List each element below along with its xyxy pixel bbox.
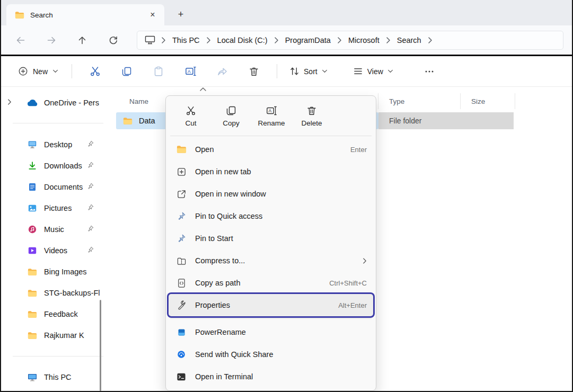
menu-item-send-with-quick-share[interactable]: Send with Quick Share: [169, 343, 373, 366]
menu-item-open[interactable]: Open Enter: [169, 138, 373, 161]
open-new-tab-icon: [175, 167, 187, 177]
breadcrumb-chevron-icon[interactable]: [334, 37, 345, 44]
breadcrumb-item-search[interactable]: Search: [393, 35, 425, 46]
chevron-right-icon[interactable]: [7, 99, 12, 105]
trash-icon: [306, 105, 317, 116]
menu-item-open-in-terminal[interactable]: Open in Terminal: [169, 366, 373, 388]
new-button[interactable]: New: [12, 62, 65, 81]
delete-button[interactable]: [244, 62, 264, 81]
column-header-label: Name: [129, 97, 148, 105]
menu-item-shortcut: Ctrl+Shift+C: [329, 279, 367, 287]
breadcrumb-chevron-icon[interactable]: [425, 37, 435, 44]
menu-item-pin-to-start[interactable]: Pin to Start: [169, 227, 373, 250]
sidebar-item-pictures[interactable]: Pictures: [2, 198, 111, 219]
menu-item-powerrename[interactable]: PowerRename: [169, 321, 373, 343]
breadcrumb-item-local-disk[interactable]: Local Disk (C:): [214, 35, 271, 46]
copy-button[interactable]: [117, 62, 137, 81]
sidebar-item-videos[interactable]: Videos: [2, 240, 111, 261]
sidebar-item-bing-images[interactable]: Bing Images: [2, 261, 111, 282]
forward-button[interactable]: [42, 31, 60, 49]
pin-icon: [87, 246, 94, 253]
menu-item-label: Open in new tab: [195, 167, 251, 176]
refresh-icon: [108, 35, 118, 45]
svg-text:A: A: [269, 108, 272, 113]
up-button[interactable]: [73, 31, 91, 49]
menu-item-compress-to[interactable]: Compress to...: [169, 250, 373, 272]
rename-menu-button[interactable]: A Rename: [252, 101, 290, 131]
breadcrumb-item-programdata[interactable]: ProgramData: [281, 35, 334, 46]
tab-search[interactable]: Search ×: [6, 4, 164, 25]
quick-action-label: Delete: [301, 119, 322, 127]
sidebar-item-label: STG-backups-Fl: [44, 289, 100, 297]
music-icon: [27, 225, 38, 234]
more-options-button[interactable]: [419, 62, 439, 81]
download-arrow-icon: [27, 162, 38, 170]
paste-button[interactable]: [148, 62, 169, 81]
sidebar-item-downloads[interactable]: Downloads: [2, 155, 111, 176]
tab-close-icon[interactable]: ×: [145, 8, 160, 22]
menu-item-shortcut: Enter: [350, 146, 367, 154]
svg-text:A: A: [187, 69, 190, 74]
back-button[interactable]: [12, 31, 30, 49]
copy-path-icon: [175, 278, 187, 288]
menu-item-pin-to-quick-access[interactable]: Pin to Quick access: [169, 205, 373, 227]
breadcrumb-chevron-icon[interactable]: [383, 37, 393, 44]
file-explorer-window: Search × +: [0, 0, 573, 392]
delete-menu-button[interactable]: Delete: [293, 101, 331, 131]
copy-menu-button[interactable]: Copy: [212, 101, 250, 131]
sidebar-item-documents[interactable]: Documents: [2, 176, 111, 198]
chevron-down-icon: [322, 69, 328, 73]
pin-icon: [87, 225, 94, 232]
rename-icon: A: [185, 66, 196, 77]
sidebar-item-music[interactable]: Music: [2, 219, 111, 240]
clipboard-icon: [153, 66, 164, 77]
breadcrumb-item-this-pc[interactable]: This PC: [169, 35, 204, 46]
breadcrumb-chevron-icon[interactable]: [204, 37, 214, 44]
column-header-type[interactable]: Type: [378, 93, 461, 109]
column-header-size[interactable]: Size: [461, 93, 515, 109]
sidebar-item-this-pc[interactable]: This PC: [2, 367, 111, 388]
menu-item-open-in-new-tab[interactable]: Open in new tab: [169, 161, 373, 183]
sidebar-item-feedback[interactable]: Feedback: [2, 304, 111, 325]
new-button-label: New: [33, 67, 48, 76]
sidebar-item-desktop[interactable]: Desktop: [2, 134, 111, 155]
pin-icon: [175, 211, 187, 221]
breadcrumb-chevron-icon[interactable]: [158, 37, 169, 44]
sidebar-separator: [13, 123, 103, 123]
menu-item-properties[interactable]: Properties Alt+Enter: [169, 294, 373, 316]
view-button[interactable]: View: [348, 62, 399, 81]
breadcrumb-chevron-icon[interactable]: [271, 37, 281, 44]
back-arrow-icon: [15, 35, 26, 46]
breadcrumb-item-microsoft[interactable]: Microsoft: [345, 35, 383, 46]
view-list-icon: [353, 66, 363, 76]
sidebar-scrollbar-thumb[interactable]: [100, 300, 101, 391]
menu-item-copy-as-path[interactable]: Copy as path Ctrl+Shift+C: [169, 272, 373, 294]
menu-separator: [170, 136, 372, 136]
pin-icon: [87, 183, 94, 190]
menu-item-label: PowerRename: [195, 328, 246, 336]
sidebar-item-stg-backups[interactable]: STG-backups-Fl: [2, 282, 111, 304]
column-header-label: Size: [471, 97, 485, 105]
share-button[interactable]: [212, 62, 232, 81]
menu-separator: [170, 318, 372, 319]
folder-icon: [15, 11, 24, 19]
sidebar-item-rajkumar[interactable]: Rajkumar K: [2, 325, 111, 346]
refresh-button[interactable]: [104, 31, 122, 49]
desktop-icon: [27, 140, 38, 149]
sidebar-item-onedrive[interactable]: OneDrive - Pers: [2, 92, 111, 113]
sidebar-item-label: Downloads: [44, 162, 82, 170]
onedrive-cloud-icon: [27, 99, 38, 106]
trash-icon: [249, 66, 259, 77]
sort-icon: [289, 66, 299, 76]
cut-button[interactable]: [85, 62, 105, 81]
plus-circle-icon: [18, 66, 28, 76]
sort-button[interactable]: Sort: [284, 62, 333, 81]
sidebar: OneDrive - Pers Desktop Downloads: [2, 88, 111, 390]
toolbar-separator: [72, 64, 72, 78]
menu-item-open-in-new-window[interactable]: Open in new window: [169, 183, 373, 205]
ellipsis-icon: [424, 66, 435, 77]
new-tab-button[interactable]: +: [172, 6, 190, 23]
rename-button[interactable]: A: [180, 62, 200, 81]
cut-menu-button[interactable]: Cut: [172, 101, 210, 131]
quick-action-label: Copy: [223, 119, 240, 127]
